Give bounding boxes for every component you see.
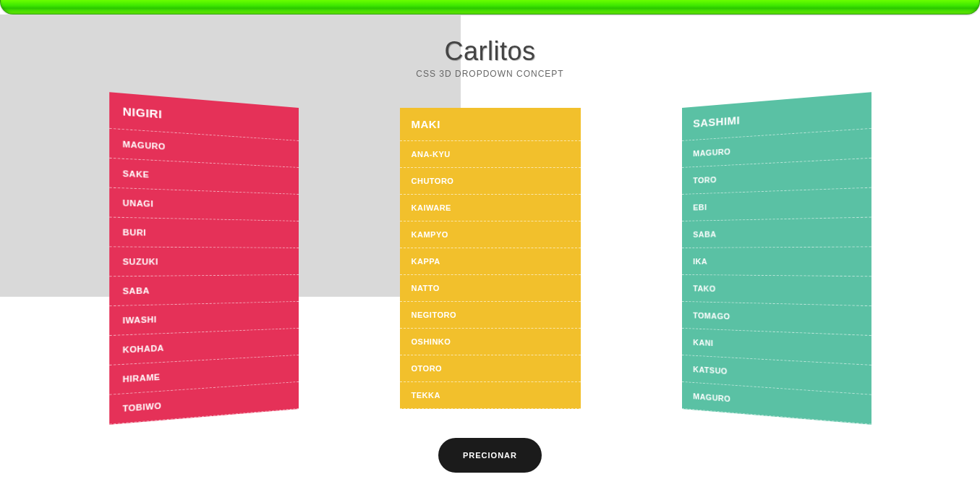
top-bar xyxy=(0,0,980,14)
menu-maki-item[interactable]: KAMPYO xyxy=(400,221,581,248)
menu-sashimi-item[interactable]: IKA xyxy=(682,248,872,277)
page-subtitle: CSS 3D DROPDOWN CONCEPT xyxy=(0,69,980,79)
menu-sashimi-item[interactable]: TAKO xyxy=(682,275,872,306)
menu-sashimi[interactable]: SASHIMI MAGURO TORO EBI SABA IKA TAKO TO… xyxy=(682,92,872,424)
menu-maki-item[interactable]: TEKKA xyxy=(400,382,581,409)
menu-maki-item[interactable]: CHUTORO xyxy=(400,168,581,195)
menu-nigiri[interactable]: NIGIRI MAGURO SAKE UNAGI BURI SUZUKI SAB… xyxy=(109,92,299,424)
menu-maki-item[interactable]: NEGITORO xyxy=(400,302,581,329)
menu-sashimi-item[interactable]: SABA xyxy=(682,218,872,248)
menu-nigiri-item[interactable]: UNAGI xyxy=(109,188,299,221)
menu-nigiri-item[interactable]: SABA xyxy=(109,275,299,306)
button-wrap: PRECIONAR xyxy=(0,438,980,473)
menu-maki-item[interactable]: KAPPA xyxy=(400,248,581,275)
menu-maki-item[interactable]: ANA-KYU xyxy=(400,141,581,168)
menu-maki-item[interactable]: NATTO xyxy=(400,275,581,302)
menu-columns: NIGIRI MAGURO SAKE UNAGI BURI SUZUKI SAB… xyxy=(0,108,980,409)
menu-nigiri-item[interactable]: SUZUKI xyxy=(109,248,299,277)
menu-maki-item[interactable]: OSHINKO xyxy=(400,329,581,355)
menu-maki-header[interactable]: MAKI xyxy=(400,108,581,141)
menu-maki-item[interactable]: OTORO xyxy=(400,355,581,382)
menu-maki[interactable]: MAKI ANA-KYU CHUTORO KAIWARE KAMPYO KAPP… xyxy=(400,108,581,409)
menu-maki-item[interactable]: KAIWARE xyxy=(400,195,581,221)
content: Carlitos CSS 3D DROPDOWN CONCEPT NIGIRI … xyxy=(0,14,980,473)
menu-nigiri-item[interactable]: BURI xyxy=(109,218,299,248)
page-title: Carlitos xyxy=(0,36,980,67)
precionar-button[interactable]: PRECIONAR xyxy=(438,438,542,473)
menu-sashimi-item[interactable]: EBI xyxy=(682,188,872,221)
